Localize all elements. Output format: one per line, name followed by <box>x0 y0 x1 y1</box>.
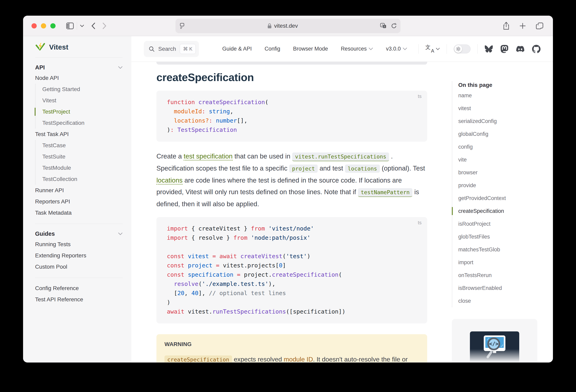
code-token: string <box>209 108 230 115</box>
toc-item-isbrowserenabled[interactable]: isBrowserEnabled <box>458 282 537 295</box>
sidebar-item-label: Task Metadata <box>35 210 72 216</box>
sidebar-item-extending-reporters[interactable]: Extending Reporters <box>35 250 122 261</box>
reload-button[interactable] <box>391 23 397 29</box>
toc-item-label: serializedConfig <box>458 118 497 124</box>
toc-item-vite[interactable]: vite <box>458 153 537 166</box>
sidebar-item-task-metadata[interactable]: Task Metadata <box>35 207 122 218</box>
sidebar-group-title: Guides <box>35 231 55 237</box>
sidebar-item-testsuite[interactable]: TestSuite <box>35 151 122 162</box>
sidebar-sub-group: TestCaseTestSuiteTestModuleTestCollectio… <box>35 140 122 185</box>
toc-item-serializedconfig[interactable]: serializedConfig <box>458 115 537 128</box>
sidebar-item-testproject[interactable]: TestProject <box>35 106 122 117</box>
sidebar-item-test-task-api[interactable]: Test Task API <box>35 129 122 140</box>
brand-logo[interactable]: Vitest <box>35 41 122 53</box>
toc-item-import[interactable]: import <box>458 256 537 269</box>
sponsor-card[interactable]: </> <box>452 319 537 362</box>
code-token: , <box>230 108 233 115</box>
close-window-button[interactable] <box>31 23 37 29</box>
nav-link-config[interactable]: Config <box>264 46 280 52</box>
sidebar-item-label: Node API <box>35 75 59 81</box>
search-input[interactable]: Search ⌘ K <box>144 41 199 57</box>
toc-item-label: config <box>458 144 473 150</box>
sidebar-item-label: Getting Started <box>42 86 80 92</box>
code-token: = <box>237 271 240 278</box>
toc-item-isrootproject[interactable]: isRootProject <box>458 217 537 230</box>
code-token: ([specification]) <box>286 308 346 315</box>
page-menu-icon[interactable] <box>179 23 185 29</box>
search-placeholder: Search <box>158 46 176 52</box>
sidebar-item-running-tests[interactable]: Running Tests <box>35 239 122 250</box>
article: createSpecification ts function createSp… <box>156 62 427 362</box>
toc-item-config[interactable]: config <box>458 140 537 153</box>
sidebar-item-testmodule[interactable]: TestModule <box>35 162 122 174</box>
inline-code-link[interactable]: testNamePattern <box>358 188 413 197</box>
sidebar-chevron-button[interactable] <box>80 25 84 27</box>
code-token: 0 <box>279 262 282 269</box>
sidebar-item-label: TestCollection <box>42 176 77 182</box>
toc-item-getprovidedcontext[interactable]: getProvidedContext <box>458 192 537 205</box>
sidebar-item-runner-api[interactable]: Runner API <box>35 185 122 196</box>
zoom-window-button[interactable] <box>50 23 56 29</box>
toc-item-globtestfiles[interactable]: globTestFiles <box>458 230 537 243</box>
code-block-signature: ts function createSpecification( moduleI… <box>156 91 427 142</box>
inline-link[interactable]: locations <box>156 177 182 184</box>
code-token <box>184 262 188 269</box>
forward-button[interactable] <box>102 22 107 30</box>
sidebar-item-label: Custom Pool <box>35 264 67 270</box>
code-token: : <box>202 108 205 115</box>
language-switcher-button[interactable]: 文A <box>425 45 440 53</box>
bluesky-icon <box>484 45 493 53</box>
theme-toggle[interactable] <box>454 45 470 53</box>
sidebar-item-node-api[interactable]: Node API <box>35 72 122 84</box>
new-tab-button[interactable] <box>519 23 526 29</box>
bluesky-link[interactable] <box>484 45 493 53</box>
toc-item-createspecification[interactable]: createSpecification <box>458 205 537 217</box>
sidebar-item-vitest[interactable]: Vitest <box>35 95 122 106</box>
share-button[interactable] <box>503 22 510 30</box>
translate-button[interactable]: A 文 <box>380 23 387 29</box>
nav-link-v3-0-0[interactable]: v3.0.0 <box>386 46 407 52</box>
toc-item-vitest[interactable]: vitest <box>458 102 537 115</box>
sidebar-item-reporters-api[interactable]: Reporters API <box>35 196 122 207</box>
sidebar-toggle-button[interactable] <box>66 22 74 30</box>
sidebar-item-config-reference[interactable]: Config Reference <box>35 283 122 294</box>
page-title: createSpecification <box>156 71 427 84</box>
toc-item-close[interactable]: close <box>458 295 537 307</box>
sidebar-item-testcase[interactable]: TestCase <box>35 140 122 151</box>
url-field[interactable]: vitest.dev A 文 <box>175 19 401 33</box>
toc-item-matchestestglob[interactable]: matchesTestGlob <box>458 243 537 256</box>
chevron-down-icon <box>118 66 122 69</box>
sidebar-item-custom-pool[interactable]: Custom Pool <box>35 261 122 272</box>
toc-item-ontestsrerun[interactable]: onTestsRerun <box>458 269 537 282</box>
code-line: import { resolve } from 'node:path/posix… <box>167 233 421 242</box>
search-icon <box>149 46 155 52</box>
sidebar-group-header[interactable]: Guides <box>35 229 122 239</box>
nav-link-resources[interactable]: Resources <box>341 46 373 52</box>
nav-link-guide-api[interactable]: Guide & API <box>222 46 252 52</box>
github-link[interactable] <box>532 45 541 53</box>
minimize-window-button[interactable] <box>41 23 46 29</box>
code-token: ( <box>198 280 202 287</box>
nav-link-browser-mode[interactable]: Browser Mode <box>293 46 328 52</box>
sidebar-item-test-api-reference[interactable]: Test API Reference <box>35 294 122 305</box>
inline-link[interactable]: test specification <box>184 152 233 160</box>
tabs-overview-button[interactable] <box>536 22 544 30</box>
inline-code-link[interactable]: vitest.runTestSpecifications <box>292 152 389 161</box>
toc-item-provide[interactable]: provide <box>458 179 537 192</box>
mastodon-link[interactable] <box>500 45 508 53</box>
sidebar-item-getting-started[interactable]: Getting Started <box>35 84 122 95</box>
sidebar-item-testcollection[interactable]: TestCollection <box>35 174 122 185</box>
discord-link[interactable] <box>516 45 525 53</box>
sidebar-group-header[interactable]: API <box>35 62 122 72</box>
back-button[interactable] <box>91 22 95 30</box>
inline-code: createSpecification <box>165 356 232 362</box>
code-token: await <box>219 253 237 260</box>
warning-callout: WARNING createSpecification expects reso… <box>156 334 427 362</box>
reload-icon <box>391 23 397 29</box>
code-token: project. <box>240 271 272 278</box>
sidebar-item-testspecification[interactable]: TestSpecification <box>35 117 122 129</box>
toc-item-name[interactable]: name <box>458 89 537 102</box>
toc-item-globalconfig[interactable]: globalConfig <box>458 128 537 140</box>
inline-link[interactable]: module ID <box>284 356 313 362</box>
toc-item-browser[interactable]: browser <box>458 166 537 179</box>
